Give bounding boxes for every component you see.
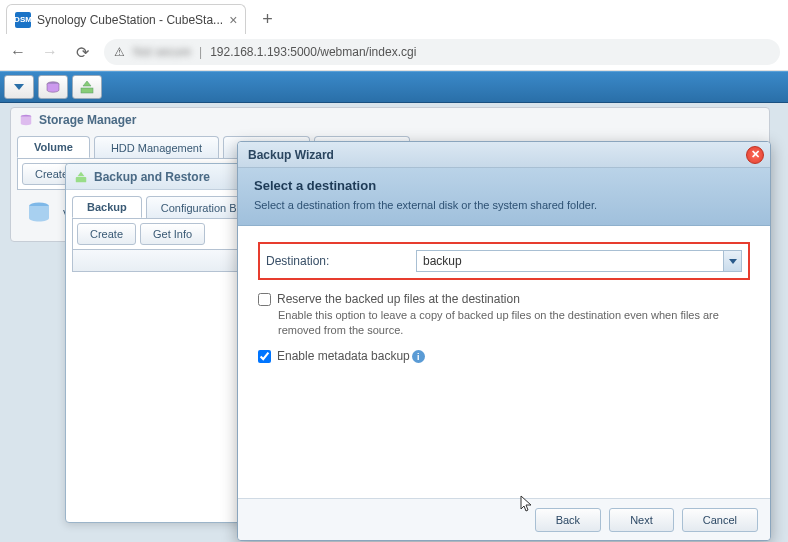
new-tab-button[interactable]: +	[254, 5, 281, 34]
tab-close-icon[interactable]: ×	[229, 12, 237, 28]
cancel-button[interactable]: Cancel	[682, 508, 758, 532]
br-create-button[interactable]: Create	[77, 223, 136, 245]
nav-reload-icon[interactable]: ⟳	[72, 43, 92, 62]
storage-icon	[19, 113, 33, 127]
dsm-toolbar	[0, 71, 788, 103]
tab-backup[interactable]: Backup	[72, 196, 142, 218]
dialog-titlebar[interactable]: Backup Wizard ✕	[238, 142, 770, 168]
tab-volume[interactable]: Volume	[17, 136, 90, 158]
security-warning-icon: ⚠	[114, 45, 125, 59]
reserve-checkbox[interactable]	[258, 293, 271, 306]
next-button[interactable]: Next	[609, 508, 674, 532]
destination-row-highlight: Destination: backup	[258, 242, 750, 280]
storage-manager-title: Storage Manager	[39, 113, 136, 127]
wizard-heading: Select a destination	[254, 178, 754, 193]
tab-configuration-backup[interactable]: Configuration B	[146, 196, 252, 218]
security-status: Not secure	[133, 45, 191, 59]
dialog-subheader: Select a destination Select a destinatio…	[238, 168, 770, 226]
svg-marker-0	[14, 84, 24, 90]
reserve-label[interactable]: Reserve the backed up files at the desti…	[277, 292, 520, 306]
back-button[interactable]: Back	[535, 508, 601, 532]
address-bar[interactable]: ⚠ Not secure | 192.168.1.193:5000/webman…	[104, 39, 780, 65]
browser-tab[interactable]: DSM Synology CubeStation - CubeSta... ×	[6, 4, 246, 34]
metadata-checkbox[interactable]	[258, 350, 271, 363]
tab-title: Synology CubeStation - CubeSta...	[37, 13, 223, 27]
destination-select[interactable]: backup	[416, 250, 742, 272]
wizard-subheading: Select a destination from the external d…	[254, 199, 754, 211]
backup-restore-title: Backup and Restore	[94, 170, 210, 184]
dsm-menu-button[interactable]	[4, 75, 34, 99]
tab-favicon: DSM	[15, 12, 31, 28]
dialog-title: Backup Wizard	[248, 148, 334, 162]
metadata-label[interactable]: Enable metadata backupi	[277, 349, 425, 363]
backup-icon	[74, 170, 88, 184]
close-button[interactable]: ✕	[746, 146, 764, 164]
nav-back-icon[interactable]: ←	[8, 43, 28, 61]
window-titlebar[interactable]: Storage Manager	[11, 108, 769, 132]
volume-icon	[25, 198, 53, 229]
dsm-app-button-1[interactable]	[38, 75, 68, 99]
svg-rect-2	[81, 88, 93, 93]
url-text: 192.168.1.193:5000/webman/index.cgi	[210, 45, 416, 59]
svg-rect-5	[76, 177, 87, 182]
destination-value: backup	[423, 254, 462, 268]
destination-label: Destination:	[266, 254, 416, 268]
br-getinfo-button[interactable]: Get Info	[140, 223, 205, 245]
info-icon[interactable]: i	[412, 350, 425, 363]
chevron-down-icon[interactable]	[723, 251, 741, 271]
reserve-help-text: Enable this option to leave a copy of ba…	[278, 308, 750, 339]
dsm-app-button-2[interactable]	[72, 75, 102, 99]
svg-marker-6	[729, 259, 737, 264]
nav-forward-icon: →	[40, 43, 60, 61]
backup-wizard-dialog: Backup Wizard ✕ Select a destination Sel…	[237, 141, 771, 541]
tab-hdd-management[interactable]: HDD Management	[94, 136, 219, 158]
